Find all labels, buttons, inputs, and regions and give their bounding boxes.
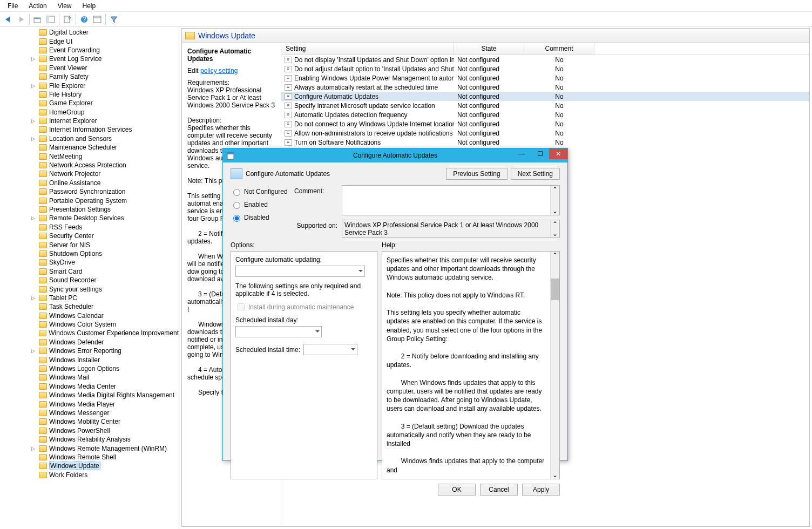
edit-policy-link[interactable]: policy setting (200, 67, 238, 74)
list-row[interactable]: ≡Specify intranet Microsoft update servi… (281, 101, 809, 110)
maximize-button[interactable]: ☐ (531, 148, 549, 159)
col-comment[interactable]: Comment (524, 43, 594, 55)
next-setting-button[interactable]: Next Setting (511, 168, 560, 180)
col-state[interactable]: State (454, 43, 524, 55)
tree-item[interactable]: Windows Update (0, 462, 179, 470)
tree-item[interactable]: Smart Card (0, 267, 179, 276)
back-button[interactable] (2, 13, 14, 25)
tree-item[interactable]: Windows Calendar (0, 311, 179, 320)
scrollbar[interactable]: ⌃⌄ (550, 186, 559, 215)
list-row[interactable]: ≡Do not connect to any Windows Update In… (281, 119, 809, 128)
tree-item[interactable]: Windows Mobility Center (0, 417, 179, 426)
properties-icon[interactable] (91, 13, 103, 25)
tree-item[interactable]: Windows Defender (0, 338, 179, 347)
tree-item[interactable]: Windows Customer Experience Improvement (0, 329, 179, 337)
tree-item[interactable]: Windows Installer (0, 355, 179, 364)
tree-item[interactable]: Internet Explorer (0, 117, 179, 125)
tree-item[interactable]: Event Forwarding (0, 46, 179, 55)
forward-button[interactable] (15, 13, 27, 25)
tree-item[interactable]: Task Scheduler (0, 302, 179, 311)
tree-item[interactable]: File History (0, 90, 179, 99)
list-row[interactable]: ≡Configure Automatic UpdatesNot configur… (281, 92, 809, 101)
menu-file[interactable]: File (2, 1, 23, 11)
menu-action[interactable]: Action (23, 1, 52, 11)
tree-item[interactable]: Portable Operating System (0, 196, 179, 205)
close-button[interactable]: ✕ (549, 148, 567, 159)
install-time-combo[interactable] (303, 344, 357, 355)
tree-item[interactable]: Presentation Settings (0, 205, 179, 214)
tree-item[interactable]: Windows Logon Options (0, 364, 179, 373)
previous-setting-button[interactable]: Previous Setting (446, 168, 507, 180)
menu-view[interactable]: View (52, 1, 77, 11)
scrollbar[interactable]: ⌃⌄ (550, 220, 559, 238)
tree-item[interactable]: Internet Information Services (0, 125, 179, 134)
tree-item[interactable]: Windows Messenger (0, 409, 179, 417)
supported-field: Windows XP Professional Service Pack 1 o… (342, 220, 560, 238)
tree-item[interactable]: HomeGroup (0, 108, 179, 117)
help-icon[interactable]: ? (78, 13, 90, 25)
tree-item[interactable]: Shutdown Options (0, 249, 179, 258)
radio-enabled[interactable]: Enabled (231, 200, 290, 209)
apply-button[interactable]: Apply (522, 484, 560, 496)
tree-item[interactable]: Server for NIS (0, 240, 179, 249)
tree-item[interactable]: Windows Error Reporting (0, 347, 179, 355)
list-header[interactable]: Setting State Comment (281, 43, 809, 55)
radio-not-configured[interactable]: Not Configured (231, 187, 290, 196)
tree-item[interactable]: Windows PowerShell (0, 426, 179, 435)
menu-help[interactable]: Help (77, 1, 102, 11)
tree-item[interactable]: Event Log Service (0, 55, 179, 63)
show-hide-tree-icon[interactable] (45, 13, 57, 25)
tree-item[interactable]: Network Projector (0, 169, 179, 178)
tree-item[interactable]: Game Explorer (0, 99, 179, 107)
tree-item[interactable]: Network Access Protection (0, 161, 179, 169)
filter-icon[interactable] (108, 13, 120, 25)
tree-item[interactable]: Remote Desktop Services (0, 214, 179, 222)
ok-button[interactable]: OK (438, 484, 476, 496)
tree-item[interactable]: Family Safety (0, 72, 179, 81)
list-row[interactable]: ≡Automatic Updates detection frequencyNo… (281, 110, 809, 119)
tree-item[interactable]: Maintenance Scheduler (0, 143, 179, 152)
tree-item[interactable]: Location and Sensors (0, 134, 179, 143)
list-row[interactable]: ≡Turn on Software NotificationsNot confi… (281, 138, 809, 147)
tree-item[interactable]: Windows Media Digital Rights Management (0, 391, 179, 399)
tree-item[interactable]: Security Center (0, 232, 179, 240)
tree-item[interactable]: Windows Reliability Analysis (0, 435, 179, 444)
tree-item[interactable]: Work Folders (0, 471, 179, 479)
cancel-button[interactable]: Cancel (480, 484, 518, 496)
tree-item[interactable]: Windows Media Player (0, 399, 179, 408)
list-row[interactable]: ≡Allow non-administrators to receive upd… (281, 128, 809, 138)
tree-item[interactable]: Password Synchronization (0, 187, 179, 196)
dialog-titlebar[interactable]: Configure Automatic Updates — ☐ ✕ (223, 148, 567, 162)
tree-item[interactable]: Tablet PC (0, 294, 179, 302)
install-day-combo[interactable] (235, 326, 322, 337)
list-row[interactable]: ≡Always automatically restart at the sch… (281, 83, 809, 92)
scrollbar[interactable]: ⌃⌄ (550, 252, 559, 479)
tree-item[interactable]: Online Assistance (0, 179, 179, 187)
configure-updating-combo[interactable] (235, 266, 365, 277)
tree-item[interactable]: File Explorer (0, 81, 179, 90)
tree-item[interactable]: Windows Color System (0, 320, 179, 329)
tree-item[interactable]: Windows Media Center (0, 382, 179, 391)
tree-item[interactable]: Digital Locker (0, 28, 179, 37)
tree-item[interactable]: Windows Remote Shell (0, 453, 179, 462)
tree-item[interactable]: Sound Recorder (0, 276, 179, 284)
list-row[interactable]: ≡Do not display 'Install Updates and Shu… (281, 55, 809, 64)
tree-item[interactable]: NetMeeting (0, 152, 179, 160)
tree-item[interactable]: SkyDrive (0, 258, 179, 267)
col-setting[interactable]: Setting (281, 43, 454, 55)
tree-pane[interactable]: Digital LockerEdge UIEvent ForwardingEve… (0, 27, 179, 529)
install-maintenance-checkbox[interactable]: Install during automatic maintenance (235, 302, 373, 312)
tree-item[interactable]: Windows Remote Management (WinRM) (0, 444, 179, 452)
tree-item[interactable]: Windows Mail (0, 373, 179, 382)
minimize-button[interactable]: — (512, 148, 531, 159)
tree-item[interactable]: Edge UI (0, 37, 179, 45)
list-row[interactable]: ≡Enabling Windows Update Power Managemen… (281, 73, 809, 83)
export-icon[interactable] (62, 13, 73, 25)
comment-field[interactable]: ⌃⌄ (342, 185, 560, 215)
tree-item[interactable]: Event Viewer (0, 64, 179, 72)
tree-item[interactable]: RSS Feeds (0, 223, 179, 232)
list-row[interactable]: ≡Do not adjust default option to 'Instal… (281, 64, 809, 73)
up-icon[interactable] (32, 13, 44, 25)
radio-disabled[interactable]: Disabled (231, 213, 290, 222)
tree-item[interactable]: Sync your settings (0, 284, 179, 293)
